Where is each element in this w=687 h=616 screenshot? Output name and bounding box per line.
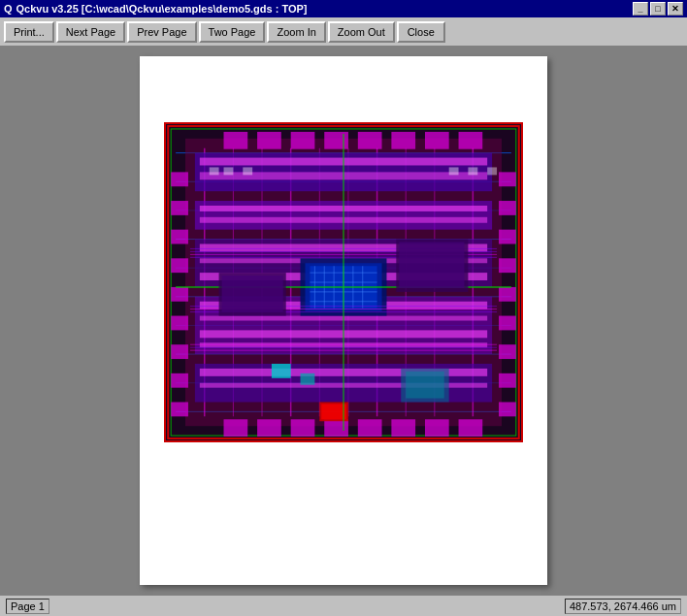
svg-rect-114 [222,276,283,312]
svg-rect-108 [487,167,497,175]
close-window-button[interactable]: ✕ [668,2,683,16]
svg-rect-46 [425,419,449,437]
svg-rect-45 [391,419,415,437]
svg-rect-43 [324,419,348,437]
svg-rect-27 [171,315,188,330]
page-indicator: Page 1 [6,599,49,614]
svg-rect-19 [391,131,415,148]
svg-rect-26 [171,286,188,301]
two-page-button[interactable]: Two Page [199,21,266,43]
svg-rect-116 [399,242,464,287]
svg-rect-42 [291,419,315,437]
zoom-in-button[interactable]: Zoom In [267,21,325,43]
svg-rect-25 [171,258,188,273]
zoom-out-button[interactable]: Zoom Out [328,21,395,43]
svg-rect-112 [406,371,444,398]
svg-rect-103 [210,167,219,175]
svg-rect-106 [449,167,459,175]
coordinates-display: 487.573, 2674.466 um [565,599,681,614]
svg-rect-28 [171,344,188,359]
status-bar: Page 1 487.573, 2674.466 um [0,595,687,616]
svg-rect-32 [499,201,516,215]
svg-rect-30 [171,402,188,416]
svg-rect-40 [224,419,248,437]
svg-rect-47 [459,419,483,437]
svg-rect-41 [257,419,281,437]
minimize-button[interactable]: _ [633,2,648,16]
svg-rect-36 [499,315,516,330]
svg-rect-17 [324,131,348,148]
svg-rect-33 [499,229,516,243]
svg-rect-22 [171,172,188,186]
prev-page-button[interactable]: Prev Page [127,21,196,43]
maximize-button[interactable]: □ [650,2,666,16]
svg-rect-23 [171,201,188,215]
print-button[interactable]: Print... [4,21,54,43]
title-bar-controls[interactable]: _ □ ✕ [633,2,683,16]
svg-rect-92 [301,373,315,384]
svg-rect-16 [291,131,315,148]
svg-rect-35 [499,286,516,301]
toolbar: Print... Next Page Prev Page Two Page Zo… [0,17,687,47]
title-bar-left: Q Qckvu v3.25 [C:\wcad\Qckvu\examples\de… [4,3,308,15]
title-bar: Q Qckvu v3.25 [C:\wcad\Qckvu\examples\de… [0,0,687,17]
close-button[interactable]: Close [397,21,445,43]
main-area [0,47,687,595]
next-page-button[interactable]: Next Page [56,21,125,43]
svg-rect-38 [499,373,516,387]
svg-rect-21 [459,131,483,148]
svg-rect-105 [243,167,252,175]
pcb-diagram [164,122,523,442]
svg-rect-44 [358,419,382,437]
svg-rect-24 [171,229,188,243]
pcb-svg [166,124,521,440]
svg-rect-107 [468,167,477,175]
svg-rect-37 [499,344,516,359]
svg-rect-34 [499,258,516,273]
app-icon: Q [4,3,13,15]
svg-rect-14 [224,131,248,148]
svg-rect-29 [171,373,188,387]
svg-rect-15 [257,131,281,148]
svg-rect-91 [272,363,291,377]
svg-rect-39 [499,402,516,416]
svg-rect-31 [499,172,516,186]
svg-rect-104 [224,167,234,175]
page-container [140,56,547,585]
svg-rect-18 [358,131,382,148]
window-title: Qckvu v3.25 [C:\wcad\Qckvu\examples\demo… [16,3,308,15]
svg-rect-20 [425,131,449,148]
